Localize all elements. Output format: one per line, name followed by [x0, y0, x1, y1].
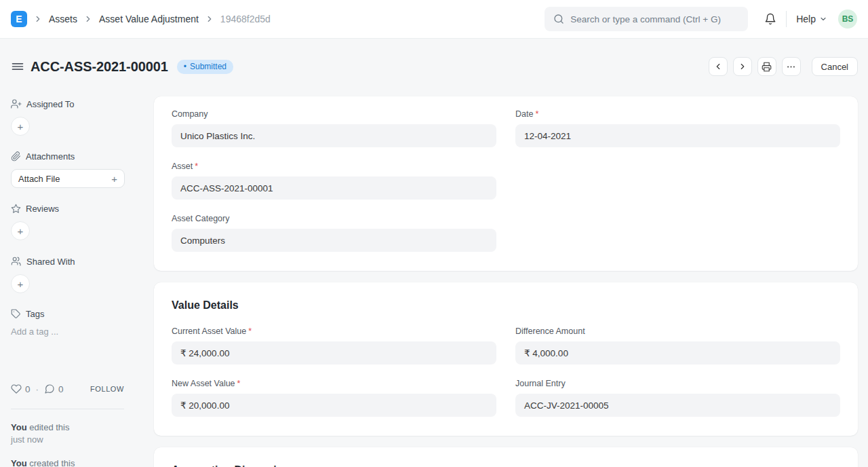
status-badge: • Submitted	[177, 60, 233, 74]
required-asterisk: *	[195, 162, 198, 171]
accounting-dimensions-title: Accounting Dimensions	[172, 464, 840, 467]
like-count: 0	[25, 384, 31, 394]
heart-icon	[11, 384, 22, 394]
company-label: Company	[172, 109, 496, 119]
breadcrumb-document-id[interactable]: 19468f2d5d	[220, 14, 271, 24]
shared-with-section: Shared With +	[11, 256, 124, 293]
vertical-divider	[786, 11, 787, 27]
add-share-button[interactable]: +	[11, 274, 30, 293]
sidebar-footer: 0 · 0 FOLLOW You edited this just now Yo…	[11, 384, 124, 467]
activity-time: just now	[11, 434, 124, 446]
next-document-button[interactable]	[733, 57, 752, 76]
journal-entry-label: Journal Entry	[515, 379, 840, 388]
activity-item: You created this just now	[11, 457, 124, 467]
difference-amount-input[interactable]: ₹ 4,000.00	[515, 341, 840, 365]
field-date: Date* 12-04-2021	[515, 109, 840, 147]
chevron-down-icon	[819, 15, 827, 23]
breadcrumb-assets[interactable]: Assets	[49, 14, 77, 24]
sidebar-toggle-button[interactable]	[11, 60, 24, 73]
value-details-title: Value Details	[172, 299, 840, 312]
chevron-right-icon	[33, 14, 43, 24]
journal-entry-input[interactable]: ACC-JV-2021-00005	[515, 394, 840, 417]
assigned-to-label: Assigned To	[26, 99, 75, 109]
value-details-card: Value Details Current Asset Value* ₹ 24,…	[154, 282, 858, 436]
plus-icon: +	[18, 279, 24, 289]
follow-button[interactable]: FOLLOW	[90, 385, 124, 393]
avatar-initials: BS	[842, 14, 854, 24]
attachments-section: Attachments Attach File +	[11, 151, 124, 188]
bell-icon	[764, 13, 776, 25]
shared-with-label: Shared With	[26, 257, 75, 267]
asset-category-input[interactable]: Computers	[172, 229, 496, 252]
assigned-to-section: Assigned To +	[11, 98, 124, 136]
reactions-row: 0 · 0 FOLLOW	[11, 384, 124, 394]
tags-section: Tags Add a tag ...	[11, 309, 124, 337]
required-asterisk: *	[535, 109, 538, 119]
add-assignment-button[interactable]: +	[11, 117, 30, 136]
activity-action: created this	[29, 458, 75, 467]
search-icon	[553, 14, 564, 24]
current-asset-value-input[interactable]: ₹ 24,000.00	[172, 341, 496, 365]
comments-button[interactable]: 0	[44, 384, 64, 394]
paperclip-icon	[11, 151, 21, 162]
attach-file-label: Attach File	[18, 174, 60, 184]
breadcrumb: E Assets Asset Value Adjustment 19468f2d…	[11, 11, 271, 27]
status-badge-label: Submitted	[190, 62, 226, 71]
app-logo[interactable]: E	[11, 11, 27, 27]
tag-icon	[11, 309, 21, 319]
comment-count: 0	[58, 384, 64, 394]
plus-icon: +	[111, 173, 117, 185]
notifications-button[interactable]	[764, 13, 776, 25]
asset-label: Asset*	[172, 162, 496, 171]
previous-document-button[interactable]	[709, 57, 728, 76]
form-body: Company Unico Plastics Inc. Date* 12-04-…	[154, 96, 858, 467]
user-avatar[interactable]: BS	[838, 10, 857, 29]
attachments-label: Attachments	[26, 151, 75, 162]
attach-file-button[interactable]: Attach File +	[11, 169, 125, 188]
sidebar-divider	[11, 409, 124, 409]
print-button[interactable]	[757, 57, 776, 76]
global-search[interactable]	[545, 7, 748, 31]
more-options-button[interactable]	[782, 57, 801, 76]
app-logo-letter: E	[16, 14, 22, 24]
activity-actor: You	[11, 458, 27, 467]
breadcrumb-asset-value-adjustment[interactable]: Asset Value Adjustment	[99, 14, 199, 24]
reviews-label: Reviews	[26, 204, 59, 214]
form-sidebar: Assigned To + Attachments Attach File +	[0, 96, 154, 467]
ellipsis-icon	[786, 62, 796, 72]
help-dropdown[interactable]: Help	[796, 14, 827, 24]
add-review-button[interactable]: +	[11, 221, 30, 240]
star-icon	[11, 204, 21, 214]
plus-icon: +	[18, 226, 24, 236]
company-input[interactable]: Unico Plastics Inc.	[172, 124, 496, 147]
current-asset-value-label: Current Asset Value*	[172, 326, 496, 336]
date-label: Date*	[515, 109, 840, 119]
details-card: Company Unico Plastics Inc. Date* 12-04-…	[154, 96, 858, 271]
search-input[interactable]	[570, 14, 739, 24]
chevron-left-icon	[713, 62, 723, 71]
date-input[interactable]: 12-04-2021	[515, 124, 840, 147]
field-current-asset-value: Current Asset Value* ₹ 24,000.00	[172, 326, 496, 365]
cancel-button[interactable]: Cancel	[812, 57, 858, 76]
add-tag-input[interactable]: Add a tag ...	[11, 326, 124, 337]
activity-action: edited this	[29, 422, 69, 432]
new-asset-value-input[interactable]: ₹ 20,000.00	[172, 394, 496, 417]
printer-icon	[762, 62, 772, 72]
asset-input[interactable]: ACC-ASS-2021-00001	[172, 176, 496, 200]
help-label: Help	[796, 14, 816, 24]
tags-label: Tags	[26, 309, 44, 319]
chevron-right-icon	[83, 14, 93, 24]
navbar-actions: Help BS	[545, 7, 857, 31]
field-new-asset-value: New Asset Value* ₹ 20,000.00	[172, 379, 496, 417]
required-asterisk: *	[248, 326, 252, 336]
field-asset: Asset* ACC-ASS-2021-00001	[172, 162, 496, 200]
plus-icon: +	[18, 122, 24, 132]
required-asterisk: *	[237, 379, 241, 388]
accounting-dimensions-card: Accounting Dimensions	[154, 447, 858, 467]
field-company: Company Unico Plastics Inc.	[172, 109, 496, 147]
page-title: ACC-ASS-2021-00001	[31, 59, 168, 75]
chevron-right-icon	[738, 62, 747, 71]
dot-separator: ·	[36, 384, 39, 394]
reviews-section: Reviews +	[11, 204, 124, 240]
like-button[interactable]: 0	[11, 384, 31, 394]
